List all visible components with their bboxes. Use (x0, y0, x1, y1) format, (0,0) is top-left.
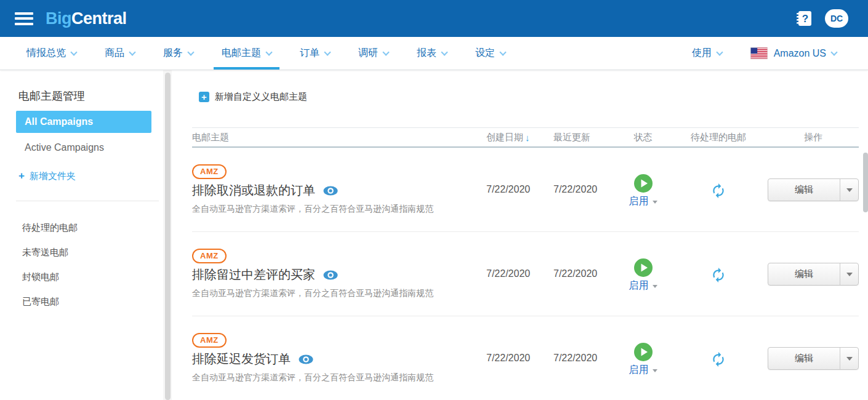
nav-item[interactable]: 订单 (292, 37, 338, 70)
nav-item-label: 调研 (358, 47, 378, 60)
status-dropdown[interactable]: 启用 (629, 279, 657, 292)
status-active-play-icon[interactable] (634, 258, 653, 277)
nav-item[interactable]: 调研 (350, 37, 396, 70)
sort-desc-icon: ↓ (525, 132, 530, 143)
table-body: AMZ 排除取消或退款的订单 全自动亚马逊官方渠道索评 (192, 148, 859, 400)
channel-badge: AMZ (192, 333, 227, 348)
nav-item-label: 报表 (417, 47, 436, 60)
edit-dropdown-button[interactable] (840, 179, 858, 201)
nav-item-label: 情报总览 (26, 47, 66, 60)
chevron-down-icon (187, 49, 194, 55)
edit-button[interactable]: 编辑 (768, 263, 840, 285)
add-campaign-button[interactable]: + 新增自定义义电邮主题 (199, 91, 307, 103)
sidebar-title: 电邮主题管理 (18, 89, 174, 103)
nav-item[interactable]: 电邮主题 (214, 37, 279, 70)
edit-dropdown-button[interactable] (840, 263, 858, 285)
page-scrollbar[interactable] (863, 153, 868, 212)
nav-menu: 情报总览 商品 服务 电邮主题 订单 调研 报表 设定 (0, 37, 520, 70)
campaign-folder-list: All CampaignsActive Campaigns (0, 111, 174, 159)
column-header-status: 状态 (617, 132, 669, 143)
add-folder-label: 新增文件夹 (30, 170, 76, 182)
campaign-cell: AMZ 排除取消或退款的订单 全自动亚马逊官方渠道索评 (192, 148, 486, 231)
status-label: 启用 (629, 364, 649, 377)
sidebar-scrollbar[interactable] (165, 73, 171, 400)
status-active-play-icon[interactable] (634, 174, 653, 193)
chevron-down-icon (830, 49, 837, 55)
campaign-cell: AMZ 排除留过中差评的买家 全自动亚马逊官方渠道索评 (192, 232, 486, 316)
marketplace-selector[interactable]: Amazon US (742, 37, 845, 70)
status-dropdown[interactable]: 启用 (629, 364, 657, 377)
sidebar-item-mail-filter[interactable]: 已寄电邮 (22, 296, 174, 308)
status-active-play-icon[interactable] (634, 343, 653, 361)
add-folder-button[interactable]: + 新增文件夹 (18, 170, 174, 182)
app-logo[interactable]: BigCentral (46, 9, 127, 28)
sync-icon[interactable] (710, 351, 726, 367)
chevron-down-icon (441, 49, 448, 55)
help-icon[interactable]: ? (795, 10, 813, 27)
status-cell: 启用 (617, 148, 669, 231)
created-date: 7/22/2020 (486, 148, 553, 231)
logo-text-big: Big (46, 9, 71, 28)
campaign-table: 电邮主题 创建日期 ↓ 最近更新 状态 待处理的电邮 操作 AMZ 排除取消或退… (192, 127, 859, 400)
chevron-down-icon (265, 49, 272, 55)
table-row: AMZ 排除留过中差评的买家 全自动亚马逊官方渠道索评 (192, 232, 859, 316)
edit-split-button: 编辑 (768, 263, 859, 286)
main-content: + 新增自定义义电邮主题 电邮主题 创建日期 ↓ 最近更新 状态 待处理的电邮 … (179, 70, 868, 400)
edit-button[interactable]: 编辑 (768, 348, 840, 369)
nav-item[interactable]: 设定 (467, 37, 513, 70)
preview-eye-icon[interactable] (323, 270, 338, 280)
nav-item[interactable]: 报表 (409, 37, 455, 70)
status-label: 启用 (629, 279, 649, 292)
hamburger-menu-icon[interactable] (15, 9, 33, 28)
plus-icon: + (18, 170, 25, 182)
chevron-down-icon (499, 49, 506, 55)
sync-icon[interactable] (710, 267, 726, 283)
nav-item-label: 设定 (475, 47, 495, 60)
sync-icon[interactable] (710, 183, 726, 199)
status-label: 启用 (629, 195, 649, 208)
preview-eye-icon[interactable] (323, 186, 338, 196)
us-flag-icon (750, 47, 768, 59)
table-row: AMZ 排除延迟发货订单 全自动亚马逊官方渠道索评，百 (192, 316, 859, 400)
nav-item-label: 商品 (105, 47, 124, 60)
action-cell: 编辑 (768, 316, 859, 400)
chevron-down-icon (129, 49, 135, 55)
caret-down-icon (653, 369, 657, 372)
edit-dropdown-button[interactable] (840, 348, 858, 369)
nav-item-usage[interactable]: 使用 (684, 37, 730, 70)
nav-item[interactable]: 情报总览 (18, 37, 84, 70)
table-row: AMZ 排除取消或退款的订单 全自动亚马逊官方渠道索评 (192, 148, 859, 232)
usage-label: 使用 (692, 47, 712, 60)
caret-down-icon (846, 357, 853, 361)
preview-eye-icon[interactable] (299, 354, 313, 364)
column-header-created[interactable]: 创建日期 ↓ (486, 132, 553, 143)
column-header-action: 操作 (768, 132, 859, 143)
column-header-subject: 电邮主题 (192, 132, 486, 143)
marketplace-label: Amazon US (774, 48, 826, 59)
sidebar-item-mail-filter[interactable]: 未寄送电邮 (22, 247, 174, 258)
caret-down-icon (653, 201, 657, 204)
status-dropdown[interactable]: 启用 (629, 195, 657, 208)
sidebar-item-campaign-folder[interactable]: All Campaigns (16, 111, 151, 133)
sidebar-item-mail-filter[interactable]: 封锁电邮 (22, 271, 174, 283)
created-date: 7/22/2020 (486, 316, 553, 400)
nav-item-label: 服务 (163, 47, 183, 60)
column-header-updated: 最近更新 (553, 132, 617, 143)
caret-down-icon (846, 273, 853, 276)
app-window: BigCentral ? DC 情报总览 商品 服务 (0, 0, 868, 400)
sidebar-item-mail-filter[interactable]: 待处理的电邮 (22, 222, 174, 234)
nav-item[interactable]: 服务 (155, 37, 201, 70)
action-cell: 编辑 (768, 232, 859, 316)
nav-item[interactable]: 商品 (97, 37, 143, 70)
edit-button[interactable]: 编辑 (768, 179, 840, 201)
campaign-subtitle: 全自动亚马逊官方渠道索评，百分之百符合亚马逊沟通指南规范 (192, 372, 486, 383)
channel-badge: AMZ (192, 164, 227, 179)
nav-item-label: 电邮主题 (222, 47, 261, 60)
help-question-glyph: ? (802, 13, 808, 25)
plus-square-icon: + (199, 92, 209, 102)
edit-split-button: 编辑 (768, 347, 859, 370)
avatar[interactable]: DC (825, 9, 848, 28)
pending-email-cell (669, 316, 768, 400)
sidebar-item-campaign-folder[interactable]: Active Campaigns (16, 137, 151, 159)
main-nav: 情报总览 商品 服务 电邮主题 订单 调研 报表 设定 (0, 37, 868, 70)
